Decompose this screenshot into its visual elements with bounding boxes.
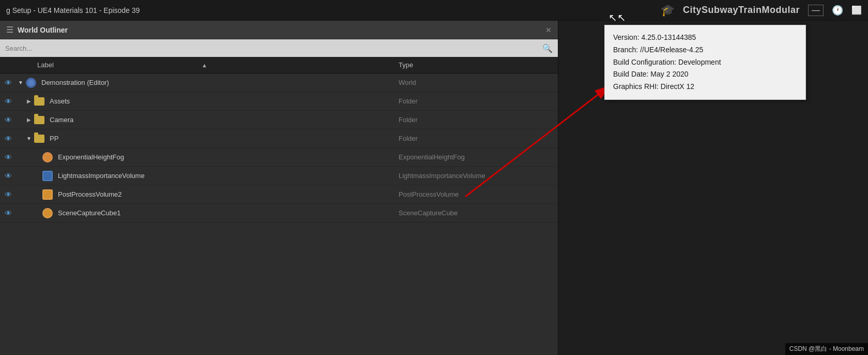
version-tooltip: Version: 4.25.0-13144385 Branch: //UE4/R… (604, 25, 806, 100)
clock-icon[interactable]: 🕐 (832, 5, 843, 16)
node-type: SceneCaptureCube (392, 209, 558, 217)
cursor: ↖ (608, 11, 615, 21)
visibility-toggle[interactable]: 👁 (0, 190, 17, 199)
tree-row[interactable]: 👁 ▼ PP Folder (0, 129, 558, 148)
node-label: Assets (50, 97, 392, 105)
expand-icon[interactable]: ⬜ (851, 5, 862, 15)
tree-row[interactable]: 👁 ▶ SceneCaptureCube1 SceneCaptureCube (0, 204, 558, 223)
visibility-toggle[interactable]: 👁 (0, 79, 17, 87)
node-type: World (392, 79, 558, 86)
minimize-icon[interactable]: — (808, 5, 824, 16)
panel-header: ☰ World Outliner ✕ (0, 21, 558, 39)
search-input[interactable] (5, 45, 540, 52)
sort-arrow-icon: ▲ (202, 62, 207, 68)
tree-body[interactable]: 👁 ▼ Demonstration (Editor) World 👁 ▶ (0, 73, 558, 355)
school-icon[interactable]: 🎓 (661, 4, 675, 17)
column-label-header[interactable]: Label ▲ (17, 61, 392, 69)
node-label: LightmassImportanceVolume (58, 172, 392, 180)
search-bar: 🔍 (0, 39, 558, 57)
panel-close-button[interactable]: ✕ (545, 26, 552, 34)
node-type: Folder (392, 116, 558, 124)
world-icon (25, 77, 37, 89)
node-label: SceneCaptureCube1 (58, 209, 392, 217)
tree-row[interactable]: 👁 ▼ Demonstration (Editor) World (0, 73, 558, 92)
node-type: Folder (392, 135, 558, 142)
visibility-toggle[interactable]: 👁 (0, 97, 17, 106)
tooltip-graphics: Graphics RHI: DirectX 12 (613, 81, 797, 93)
tree-row[interactable]: 👁 ▶ Assets Folder (0, 92, 558, 111)
tree-row[interactable]: 👁 ▶ ExponentialHeightFog ExponentialHeig… (0, 148, 558, 167)
folder-icon (33, 95, 45, 108)
postprocess-icon (41, 188, 54, 201)
folder-icon (33, 132, 45, 145)
tooltip-version: Version: 4.25.0-13144385 (613, 32, 797, 44)
top-bar-right: 🎓 CitySubwayTrainModular — 🕐 ⬜ (661, 4, 862, 17)
tooltip-branch: Branch: //UE4/Release-4.25 (613, 44, 797, 56)
panel-menu-icon[interactable]: ☰ (6, 25, 13, 35)
node-label: PostProcessVolume2 (58, 190, 392, 198)
expand-arrow: ▶ (33, 191, 41, 197)
tree-row[interactable]: 👁 ▶ PostProcessVolume2 PostProcessVolume (0, 185, 558, 204)
folder-icon (33, 114, 45, 126)
volume-icon (41, 170, 54, 182)
column-headers: Label ▲ Type (0, 57, 558, 73)
expand-arrow: ▶ (33, 154, 41, 160)
tree-row[interactable]: 👁 ▶ Camera Folder (0, 111, 558, 129)
tooltip-buildconfig: Build Configuration: Development (613, 56, 797, 69)
project-name: CitySubwayTrainModular (683, 5, 800, 16)
node-type: PostProcessVolume (392, 190, 558, 198)
expand-arrow: ▶ (33, 210, 41, 216)
tooltip-builddate: Build Date: May 2 2020 (613, 68, 797, 81)
expand-arrow[interactable]: ▼ (17, 80, 25, 85)
column-type-header[interactable]: Type (392, 61, 558, 69)
tree-row[interactable]: 👁 ▶ LightmassImportanceVolume LightmassI… (0, 167, 558, 185)
expand-arrow[interactable]: ▶ (25, 117, 33, 123)
visibility-toggle[interactable]: 👁 (0, 135, 17, 143)
node-label: Demonstration (Editor) (41, 79, 392, 86)
expand-arrow[interactable]: ▶ (25, 98, 33, 104)
visibility-toggle[interactable]: 👁 (0, 153, 17, 161)
visibility-toggle[interactable]: 👁 (0, 209, 17, 217)
window-title: g Setup - UE4 Materials 101 - Episode 39 (6, 6, 140, 14)
node-label: Camera (50, 116, 392, 124)
search-icon: 🔍 (542, 43, 553, 53)
node-type: LightmassImportanceVolume (392, 172, 558, 180)
expand-arrow[interactable]: ▼ (25, 136, 33, 141)
panel-title: World Outliner (18, 26, 68, 34)
fog-icon (41, 151, 54, 164)
node-label: ExponentialHeightFog (58, 153, 392, 161)
node-type: Folder (392, 97, 558, 105)
scenecapture-icon (41, 207, 54, 219)
label-column-header: Label (37, 61, 54, 69)
node-type: ExponentialHeightFog (392, 153, 558, 161)
watermark: CSDN @黑白 - Moonbeam (785, 343, 868, 355)
visibility-toggle[interactable]: 👁 (0, 116, 17, 124)
node-label: PP (50, 135, 392, 142)
outliner-panel: ☰ World Outliner ✕ 🔍 Label ▲ Type 👁 ▼ (0, 21, 558, 355)
top-bar: g Setup - UE4 Materials 101 - Episode 39… (0, 0, 868, 21)
expand-arrow: ▶ (33, 173, 41, 179)
visibility-toggle[interactable]: 👁 (0, 172, 17, 180)
